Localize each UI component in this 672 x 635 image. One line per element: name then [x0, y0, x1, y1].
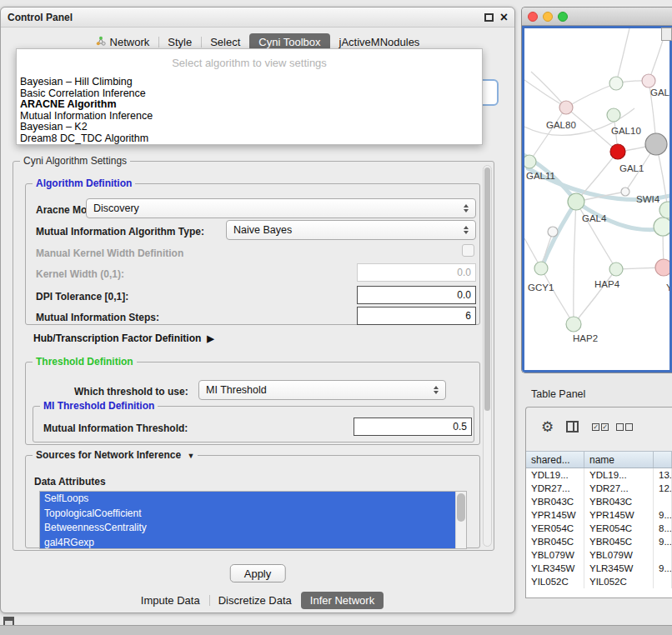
settings-scrollbar-thumb[interactable]	[484, 168, 490, 411]
mi-algorithm-type-select[interactable]: Naive Bayes	[226, 220, 476, 240]
dpi-tolerance-input[interactable]	[357, 286, 476, 304]
table-cell: YBL079W	[584, 548, 654, 562]
select-all-icon[interactable]: ✓ ✓	[591, 423, 609, 431]
table-row[interactable]: YDL19...YDL19...13...	[526, 468, 672, 482]
unchecked-box-icon	[625, 423, 633, 431]
node-label: GAL4	[582, 213, 607, 223]
network-node[interactable]	[548, 227, 558, 237]
minimize-traffic-icon[interactable]	[543, 12, 553, 22]
column-header-shared[interactable]: shared...	[526, 452, 584, 468]
network-edge[interactable]	[541, 268, 574, 324]
close-traffic-icon[interactable]	[528, 12, 538, 22]
table-row[interactable]: YIL052CYIL052C	[526, 575, 672, 588]
bottom-tab-discretize-data[interactable]: Discretize Data	[209, 592, 301, 609]
aracne-mode-select[interactable]: Discovery	[86, 198, 476, 218]
network-edge[interactable]	[649, 35, 664, 81]
mi-threshold-title: MI Threshold Definition	[40, 400, 158, 412]
network-titlebar[interactable]	[522, 8, 672, 26]
node-gal4[interactable]	[568, 193, 584, 210]
column-header-col2[interactable]	[654, 452, 672, 468]
table-header-row: shared...name	[526, 451, 672, 468]
cyni-settings-group: Cyni Algorithm Settings Algorithm Defini…	[13, 161, 494, 551]
table-row[interactable]: YLR345WYLR345W9...	[526, 562, 672, 575]
network-edge[interactable]	[616, 28, 629, 83]
table-cell: YER054C	[526, 522, 584, 535]
deselect-all-icon[interactable]	[615, 423, 634, 431]
network-node[interactable]	[607, 108, 620, 122]
zoom-traffic-icon[interactable]	[558, 12, 568, 22]
algorithm-option-mutual-information-inference[interactable]: Mutual Information Inference	[17, 111, 482, 122]
checked-box-icon: ✓	[592, 423, 599, 431]
network-node[interactable]	[621, 188, 629, 196]
column-visibility-icon[interactable]	[566, 421, 579, 432]
node-gal10[interactable]	[610, 144, 625, 159]
column-header-name[interactable]: name	[584, 452, 654, 468]
float-window-icon[interactable]	[484, 13, 494, 22]
cyni-settings-title: Cyni Algorithm Settings	[20, 155, 130, 167]
table-row[interactable]: YPR145WYPR145W9...	[526, 508, 672, 522]
hub-section-label: Hub/Transcription Factor Definition	[33, 332, 201, 344]
attribute-selfloops[interactable]: SelfLoops	[40, 492, 455, 507]
algorithm-option-bayesian-k2[interactable]: Bayesian – K2	[17, 122, 482, 133]
network-edge[interactable]	[574, 202, 576, 324]
network-scrollbar-fragment[interactable]	[661, 28, 672, 41]
node-label: Y	[666, 282, 669, 292]
node-swi4[interactable]	[659, 202, 669, 218]
algorithm-popup-placeholder: Select algorithm to view settings	[17, 49, 482, 77]
network-edge[interactable]	[574, 269, 616, 324]
mi-type-value: Naive Bayes	[233, 224, 292, 236]
control-panel-titlebar[interactable]: Control Panel ×	[1, 8, 514, 28]
node-gal80[interactable]	[559, 101, 573, 114]
threshold-definition-group: Threshold Definition Which threshold to …	[25, 362, 480, 445]
attribute-topologicalcoefficient[interactable]: TopologicalCoefficient	[40, 507, 455, 522]
algorithm-option-aracne-algorithm[interactable]: ARACNE Algorithm	[17, 99, 482, 111]
table-row[interactable]: YDR27...YDR27...12...	[526, 482, 672, 495]
settings-scrollbar[interactable]	[483, 165, 492, 547]
attribute-list-scrollbar-thumb[interactable]	[457, 493, 465, 522]
table-row[interactable]: YBR043CYBR043C	[526, 495, 672, 508]
node-label: GAL80	[546, 120, 576, 130]
algorithm-option-bayesian-hill-climbing[interactable]: Bayesian – Hill Climbing	[17, 77, 482, 88]
node-y[interactable]	[655, 259, 669, 276]
table-cell	[654, 575, 672, 588]
table-row[interactable]: YBR045CYBR045C9...	[526, 535, 672, 548]
network-edge[interactable]	[531, 72, 566, 108]
node-gal1[interactable]	[645, 133, 667, 155]
hub-section-toggle[interactable]: Hub/Transcription Factor Definition ▶	[33, 332, 214, 344]
table-settings-gear-icon[interactable]: ⚙	[541, 418, 554, 436]
attribute-betweennesscentrality[interactable]: BetweennessCentrality	[40, 521, 455, 536]
table-cell: 9...	[654, 535, 672, 548]
table-row[interactable]: YER054CYER054C8...	[526, 522, 672, 535]
network-edge[interactable]	[566, 83, 616, 108]
table-cell: 12...	[654, 482, 672, 495]
network-edge-thick[interactable]	[541, 202, 576, 268]
algorithm-option-basic-correlation-inference[interactable]: Basic Correlation Inference	[17, 88, 482, 100]
close-window-icon[interactable]: ×	[500, 9, 508, 26]
attribute-list[interactable]: SelfLoopsTopologicalCoefficientBetweenne…	[39, 491, 467, 549]
node-hap2[interactable]	[566, 317, 581, 332]
algorithm-definition-group: Algorithm Definition Aracne Mode: Discov…	[25, 183, 480, 325]
threshold-type-select[interactable]: MI Threshold	[198, 380, 446, 400]
node-hap4[interactable]	[609, 262, 623, 276]
network-node[interactable]	[642, 74, 655, 88]
mi-threshold-input[interactable]	[354, 418, 472, 436]
node-gcy1[interactable]	[534, 262, 548, 275]
algorithm-option-dream8-dc-tdc-algorithm[interactable]: Dream8 DC_TDC Algorithm	[17, 133, 482, 145]
attribute-gal4rgexp[interactable]: gal4RGexp	[40, 536, 455, 550]
network-graph[interactable]: GAL80GAL10GAL1GAL11GAL4SWI4GCY1HAP4YHAP2…	[524, 28, 669, 371]
network-node[interactable]	[609, 77, 623, 90]
network-node[interactable]	[654, 218, 669, 236]
bottom-tab-infer-network[interactable]: Infer Network	[301, 592, 384, 609]
columns-glyph-icon	[566, 421, 579, 432]
apply-button[interactable]: Apply	[230, 564, 286, 582]
node-label: GCY1	[528, 282, 554, 292]
network-canvas[interactable]: GAL80GAL10GAL1GAL11GAL4SWI4GCY1HAP4YHAP2…	[522, 26, 672, 372]
sources-toggle[interactable]: Sources for Network Inference ▼	[33, 449, 198, 461]
attribute-list-scrollbar[interactable]	[455, 492, 466, 548]
bottom-tab-impute-data[interactable]: Impute Data	[132, 592, 209, 609]
node-label: SWI4	[636, 194, 660, 204]
table-row[interactable]: YBL079WYBL079W	[526, 548, 672, 562]
network-edge[interactable]	[524, 80, 566, 108]
node-gal11[interactable]	[524, 155, 536, 168]
mi-steps-input[interactable]	[357, 307, 476, 325]
